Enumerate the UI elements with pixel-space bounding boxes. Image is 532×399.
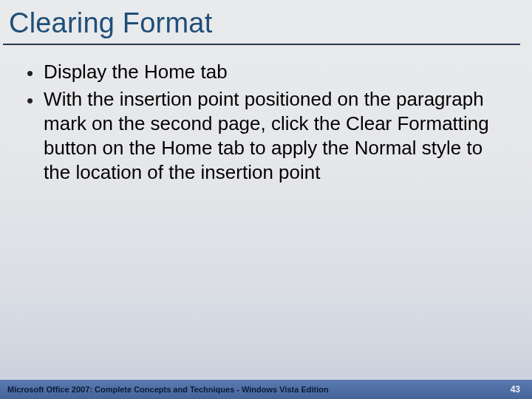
bullet-text: With the insertion point positioned on t… (44, 87, 510, 185)
slide-title: Clearing Format (0, 0, 532, 44)
bullet-icon: • (27, 89, 33, 113)
list-item: • With the insertion point positioned on… (27, 87, 510, 185)
page-number: 43 (511, 384, 520, 395)
bullet-text: Display the Home tab (44, 60, 228, 84)
slide: Clearing Format • Display the Home tab •… (0, 0, 532, 399)
list-item: • Display the Home tab (27, 60, 510, 86)
bullet-icon: • (27, 61, 33, 86)
footer-source: Microsoft Office 2007: Complete Concepts… (7, 385, 329, 394)
slide-content: • Display the Home tab • With the insert… (0, 45, 532, 185)
footer-bar: Microsoft Office 2007: Complete Concepts… (0, 380, 532, 399)
